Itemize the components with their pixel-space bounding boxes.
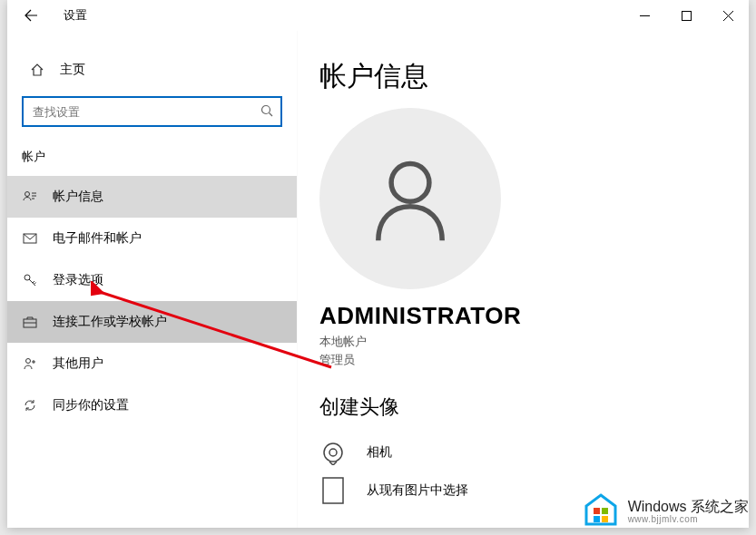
- mail-icon: [22, 231, 38, 246]
- account-type: 本地帐户: [319, 334, 720, 350]
- window-title: 设置: [64, 7, 87, 24]
- person-badge-icon: [22, 190, 38, 204]
- person-icon: [360, 149, 460, 248]
- people-add-icon: [22, 356, 38, 371]
- settings-window: 设置 主页: [7, 0, 749, 528]
- watermark-line1: Windows 系统之家: [628, 499, 749, 515]
- watermark: Windows 系统之家 www.bjjmlv.com: [581, 491, 749, 531]
- sidebar: 主页 帐户 帐户信息: [7, 31, 298, 528]
- sidebar-home-label: 主页: [60, 62, 85, 78]
- browse-image-icon: [319, 477, 347, 504]
- sidebar-item-email[interactable]: 电子邮件和帐户: [7, 218, 297, 259]
- sidebar-item-signin-options[interactable]: 登录选项: [7, 259, 297, 301]
- svg-point-1: [262, 105, 270, 113]
- back-button[interactable]: [15, 0, 47, 31]
- sidebar-item-work-school[interactable]: 连接工作或学校帐户: [7, 301, 297, 343]
- camera-icon: [319, 439, 347, 466]
- svg-point-2: [25, 192, 30, 197]
- account-role: 管理员: [319, 352, 720, 368]
- svg-rect-11: [594, 508, 600, 514]
- arrow-left-icon: [24, 8, 38, 23]
- avatar-camera-label: 相机: [367, 444, 392, 461]
- sidebar-item-label: 登录选项: [53, 272, 103, 288]
- minimize-icon: [640, 11, 650, 21]
- sidebar-item-sync[interactable]: 同步你的设置: [7, 384, 297, 426]
- avatar: [319, 108, 501, 289]
- main-content: 帐户信息 ADMINISTRATOR 本地帐户 管理员 创建头像 相机: [298, 31, 749, 528]
- sidebar-item-label: 连接工作或学校帐户: [53, 314, 167, 330]
- svg-rect-14: [602, 516, 608, 522]
- minimize-button[interactable]: [623, 0, 665, 31]
- sidebar-item-account-info[interactable]: 帐户信息: [7, 176, 297, 218]
- close-button[interactable]: [707, 0, 749, 31]
- svg-point-8: [324, 443, 342, 462]
- svg-rect-13: [594, 516, 600, 522]
- maximize-icon: [682, 11, 692, 21]
- maximize-button[interactable]: [665, 0, 707, 31]
- avatar-browse-label: 从现有图片中选择: [367, 482, 468, 499]
- svg-point-9: [329, 449, 337, 456]
- briefcase-icon: [22, 315, 38, 329]
- avatar-camera-button[interactable]: 相机: [319, 433, 720, 472]
- sync-icon: [22, 398, 38, 413]
- svg-rect-0: [682, 11, 691, 20]
- svg-rect-12: [602, 508, 608, 514]
- key-icon: [22, 273, 38, 287]
- watermark-logo-icon: [581, 491, 621, 531]
- watermark-line2: www.bjjmlv.com: [628, 514, 749, 524]
- sidebar-section-label: 帐户: [7, 143, 297, 176]
- svg-rect-10: [323, 478, 343, 503]
- titlebar: 设置: [7, 0, 749, 31]
- svg-point-6: [26, 359, 31, 364]
- create-avatar-heading: 创建头像: [319, 394, 720, 421]
- search-icon: [260, 104, 273, 120]
- account-username: ADMINISTRATOR: [319, 302, 720, 330]
- search-input[interactable]: [33, 105, 260, 119]
- sidebar-item-label: 帐户信息: [53, 189, 103, 205]
- search-box[interactable]: [22, 96, 282, 127]
- sidebar-item-label: 同步你的设置: [53, 397, 129, 413]
- page-title: 帐户信息: [319, 58, 720, 95]
- sidebar-item-other-users[interactable]: 其他用户: [7, 343, 297, 384]
- svg-point-7: [391, 164, 429, 202]
- sidebar-home[interactable]: 主页: [7, 53, 297, 87]
- close-icon: [723, 11, 733, 21]
- home-icon: [29, 63, 45, 77]
- sidebar-item-label: 其他用户: [53, 355, 103, 372]
- sidebar-item-label: 电子邮件和帐户: [53, 230, 142, 247]
- sidebar-nav: 帐户信息 电子邮件和帐户 登录选项: [7, 176, 297, 426]
